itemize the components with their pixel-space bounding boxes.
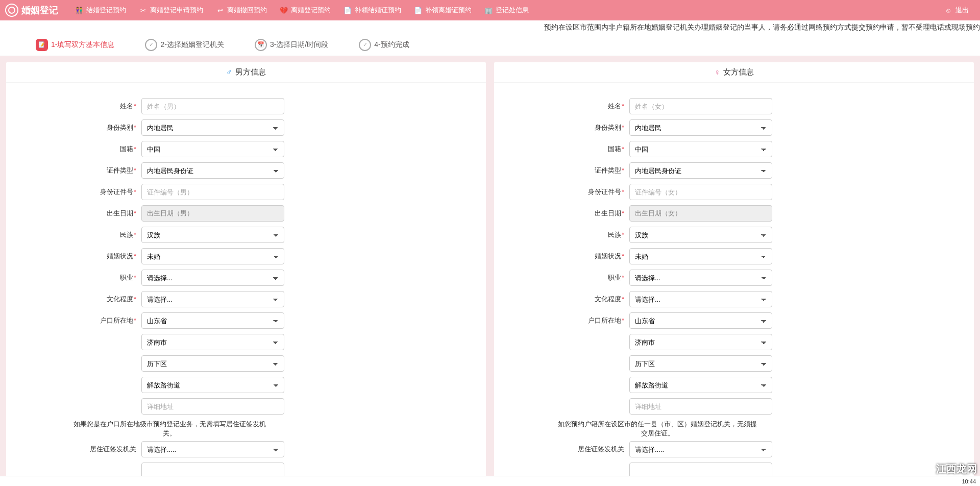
female-city-select[interactable]: 济南市 bbox=[629, 334, 772, 350]
label-nationality: 国籍 bbox=[608, 145, 621, 153]
female-icon: ♀ bbox=[714, 68, 720, 77]
step-date-icon: 📅 bbox=[255, 39, 267, 51]
nav-marriage-register[interactable]: 👫 结婚登记预约 bbox=[68, 0, 132, 20]
nav-label: 登记处信息 bbox=[496, 6, 529, 15]
step-2[interactable]: ✓ 2-选择婚姻登记机关 bbox=[145, 39, 224, 51]
female-hint: 如您预约户籍所在设区市的任一县（市、区）婚姻登记机关，无须提交居住证。 bbox=[494, 420, 760, 438]
step-bar: 📝 1-填写双方基本信息 ✓ 2-选择婚姻登记机关 📅 3-选择日期/时间段 ✓… bbox=[0, 34, 980, 56]
male-idnumber-input[interactable] bbox=[141, 184, 284, 200]
label-education: 文化程度 bbox=[595, 295, 621, 303]
male-birth-readonly: 出生日期（男） bbox=[141, 205, 284, 222]
male-marital-select[interactable]: 未婚 bbox=[141, 248, 284, 264]
male-street-select[interactable]: 解放路街道 bbox=[141, 377, 284, 393]
label-occupation: 职业 bbox=[608, 274, 621, 281]
female-district-select[interactable]: 历下区 bbox=[629, 355, 772, 372]
divorce-icon: 💔 bbox=[279, 6, 288, 15]
notice-bar: 预约在设区市范围内非户籍所在地婚姻登记机关办理婚姻登记的当事人，请务必通过网络预… bbox=[0, 20, 980, 34]
nav-label: 离婚登记申请预约 bbox=[150, 6, 203, 15]
nav-logout[interactable]: ⎋ 退出 bbox=[938, 0, 975, 20]
top-navigation: 婚姻登记 👫 结婚登记预约 ✂ 离婚登记申请预约 ↩ 离婚撤回预约 💔 离婚登记… bbox=[0, 0, 980, 20]
label-certtype: 证件类型 bbox=[107, 166, 133, 174]
label-idnumber: 身份证件号 bbox=[100, 188, 133, 196]
female-certtype-select[interactable]: 内地居民身份证 bbox=[629, 162, 772, 179]
step-label: 3-选择日期/时间段 bbox=[270, 40, 328, 50]
rings-icon: 👫 bbox=[75, 6, 84, 15]
nav-reissue-divorce[interactable]: 📄 补领离婚证预约 bbox=[407, 0, 478, 20]
female-province-select[interactable]: 山东省 bbox=[629, 312, 772, 329]
female-education-select[interactable]: 请选择... bbox=[629, 291, 772, 307]
taskbar-time: 10:44 bbox=[962, 478, 976, 484]
male-icon: ♂ bbox=[226, 68, 232, 77]
label-household: 户口所在地 bbox=[100, 317, 133, 324]
step-4[interactable]: ✓ 4-预约完成 bbox=[359, 39, 409, 51]
withdraw-icon: ↩ bbox=[215, 6, 225, 15]
app-title: 婚姻登记 bbox=[21, 4, 58, 16]
male-city-select[interactable]: 济南市 bbox=[141, 334, 284, 350]
divorce-apply-icon: ✂ bbox=[138, 6, 148, 15]
label-residence: 居住证签发机关 bbox=[90, 445, 136, 453]
step-office-icon: ✓ bbox=[145, 39, 157, 51]
step-label: 1-填写双方基本信息 bbox=[51, 40, 114, 50]
step-3[interactable]: 📅 3-选择日期/时间段 bbox=[255, 39, 328, 51]
female-occupation-select[interactable]: 请选择... bbox=[629, 270, 772, 286]
label-ethnic: 民族 bbox=[608, 231, 621, 238]
male-panel-header: ♂ 男方信息 bbox=[6, 62, 486, 83]
nav-divorce-apply[interactable]: ✂ 离婚登记申请预约 bbox=[132, 0, 209, 20]
label-idtype: 身份类别 bbox=[595, 124, 621, 131]
cert-icon: 📄 bbox=[343, 6, 352, 15]
notice-text: 预约在设区市范围内非户籍所在地婚姻登记机关办理婚姻登记的当事人，请务必通过网络预… bbox=[544, 23, 980, 31]
female-birth-readonly: 出生日期（女） bbox=[629, 205, 772, 222]
female-panel-title: 女方信息 bbox=[723, 67, 754, 77]
female-form: 姓名* 身份类别* 内地居民 国籍* 中国 证件类型* 内地居民身份证 身份证件… bbox=[494, 83, 974, 486]
female-street-select[interactable]: 解放路街道 bbox=[629, 377, 772, 393]
female-marital-select[interactable]: 未婚 bbox=[629, 248, 772, 264]
main-content: ♂ 男方信息 姓名* 身份类别* 内地居民 国籍* 中国 证件类型* 内地居民身… bbox=[0, 56, 980, 486]
taskbar: 10:44 bbox=[0, 476, 980, 486]
male-hint: 如果您是在户口所在地级市预约登记业务，无需填写居住证签发机关。 bbox=[6, 420, 272, 438]
male-nationality-select[interactable]: 中国 bbox=[141, 141, 284, 157]
label-occupation: 职业 bbox=[120, 274, 133, 281]
male-residence-select-1[interactable]: 请选择..... bbox=[141, 441, 284, 457]
nav-label: 结婚登记预约 bbox=[86, 6, 126, 15]
female-panel: ♀ 女方信息 姓名* 身份类别* 内地居民 国籍* 中国 证件类型* 内地居民身… bbox=[494, 62, 974, 486]
nav-label: 离婚登记预约 bbox=[291, 6, 331, 15]
label-household: 户口所在地 bbox=[588, 317, 621, 324]
male-name-input[interactable] bbox=[141, 98, 284, 114]
female-ethnic-select[interactable]: 汉族 bbox=[629, 227, 772, 243]
male-province-select[interactable]: 山东省 bbox=[141, 312, 284, 329]
nav-divorce-register[interactable]: 💔 离婚登记预约 bbox=[273, 0, 337, 20]
app-logo-icon bbox=[5, 4, 18, 17]
male-address-input[interactable] bbox=[141, 398, 284, 415]
label-idtype: 身份类别 bbox=[107, 124, 133, 131]
label-birth: 出生日期 bbox=[107, 209, 133, 217]
female-residence-select-1[interactable]: 请选择..... bbox=[629, 441, 772, 457]
male-idtype-select[interactable]: 内地居民 bbox=[141, 119, 284, 136]
nav-label: 退出 bbox=[955, 6, 969, 15]
info-icon: 🏢 bbox=[484, 6, 493, 15]
female-address-input[interactable] bbox=[629, 398, 772, 415]
male-certtype-select[interactable]: 内地居民身份证 bbox=[141, 162, 284, 179]
label-certtype: 证件类型 bbox=[595, 166, 621, 174]
female-nationality-select[interactable]: 中国 bbox=[629, 141, 772, 157]
female-idtype-select[interactable]: 内地居民 bbox=[629, 119, 772, 136]
step-1[interactable]: 📝 1-填写双方基本信息 bbox=[36, 39, 114, 51]
nav-reissue-marriage[interactable]: 📄 补领结婚证预约 bbox=[337, 0, 407, 20]
step-form-icon: 📝 bbox=[36, 39, 48, 51]
female-name-input[interactable] bbox=[629, 98, 772, 114]
nav-office-info[interactable]: 🏢 登记处信息 bbox=[478, 0, 535, 20]
male-ethnic-select[interactable]: 汉族 bbox=[141, 227, 284, 243]
male-form: 姓名* 身份类别* 内地居民 国籍* 中国 证件类型* 内地居民身份证 身份证件… bbox=[6, 83, 486, 486]
label-name: 姓名 bbox=[120, 102, 133, 110]
male-education-select[interactable]: 请选择... bbox=[141, 291, 284, 307]
nav-divorce-withdraw[interactable]: ↩ 离婚撤回预约 bbox=[209, 0, 273, 20]
female-idnumber-input[interactable] bbox=[629, 184, 772, 200]
label-ethnic: 民族 bbox=[120, 231, 133, 238]
female-panel-header: ♀ 女方信息 bbox=[494, 62, 974, 83]
label-marital: 婚姻状况 bbox=[595, 252, 621, 260]
male-district-select[interactable]: 历下区 bbox=[141, 355, 284, 372]
step-done-icon: ✓ bbox=[359, 39, 371, 51]
label-birth: 出生日期 bbox=[595, 209, 621, 217]
male-occupation-select[interactable]: 请选择... bbox=[141, 270, 284, 286]
label-marital: 婚姻状况 bbox=[107, 252, 133, 260]
label-nationality: 国籍 bbox=[120, 145, 133, 153]
